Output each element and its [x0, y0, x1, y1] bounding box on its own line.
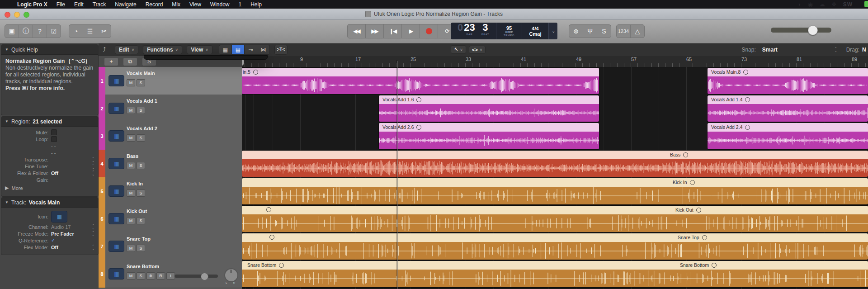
track-icon-button[interactable]: ||||| [51, 211, 67, 223]
quick-help-header[interactable]: ▼ Quick Help [1, 45, 98, 55]
value-stepper[interactable]: ⌃⌄ [92, 245, 96, 250]
region-in-5[interactable]: in.5 [242, 68, 599, 94]
track-header-snare-bottom[interactable]: 8|||||Snare BottomMS❄RILR [99, 260, 242, 288]
track-mute-button[interactable]: M [127, 79, 135, 86]
q-reference-checkbox[interactable]: ✓ [51, 237, 55, 243]
arrange-area[interactable]: 917253341495765738189 in.5Vocals Main.8V… [242, 56, 868, 289]
track-solo-button[interactable]: S [137, 79, 145, 86]
master-volume-slider[interactable] [771, 28, 831, 33]
track-record-enable-button[interactable]: R [156, 272, 165, 280]
track-header-kick-in[interactable]: 5|||||Kick InMS [99, 177, 242, 205]
track-mute-button[interactable]: M [127, 162, 135, 169]
menubar-item-1[interactable]: 1 [234, 1, 246, 8]
close-window-button[interactable] [5, 12, 10, 18]
view-menu-button[interactable]: View∨ [187, 45, 212, 54]
menubar-item-navigate[interactable]: Navigate [110, 1, 141, 8]
region-drum[interactable]: Kick Out [242, 206, 868, 232]
dropbox-icon[interactable]: ❖ [831, 1, 837, 8]
track-header-kick-out[interactable]: 6|||||Kick OutMS [99, 205, 242, 233]
list-editors-button[interactable]: ☑ [47, 25, 61, 38]
evernote-icon[interactable]: ◗ [798, 1, 802, 8]
edit-menu-button[interactable]: Edit∨ [115, 45, 138, 54]
track-solo-button[interactable]: S [137, 162, 145, 169]
checkbox[interactable] [51, 136, 57, 142]
track-solo-button[interactable]: S [137, 107, 145, 114]
editors-button[interactable]: ✂ [97, 25, 111, 38]
menubar-item-file[interactable]: File [52, 1, 70, 8]
forward-button[interactable]: ▶▶ [366, 24, 384, 38]
region-inspector-header[interactable]: ▼ Region: 21 selected [1, 117, 98, 127]
inspector-row-value[interactable]: Off [51, 245, 58, 250]
track-volume-slider[interactable] [175, 275, 218, 278]
track-inspector-header[interactable]: ▼ Track: Vocals Main [1, 198, 98, 208]
region-vocals-add-2-4[interactable]: Vocals Add 2.4 [708, 123, 868, 149]
automation-button[interactable]: ⊸ [245, 45, 257, 54]
track-input-monitor-button[interactable]: I [166, 272, 175, 280]
value-stepper[interactable]: ⌃⌄ [92, 164, 96, 169]
value-stepper[interactable]: ⌃⌄ [92, 231, 96, 237]
flex-button[interactable]: ⋈ [257, 45, 269, 54]
track-mute-button[interactable]: M [127, 272, 135, 280]
region-more-toggle[interactable]: ▶ More [1, 183, 98, 193]
menubar-item-logic-pro-x[interactable]: Logic Pro X [13, 1, 52, 8]
circle-arrow-icon[interactable]: ◉ [808, 1, 813, 8]
curved-arrow-icon[interactable]: ⤴ [99, 46, 110, 53]
inspector-row-value[interactable]: Off [51, 171, 58, 176]
inspector-row-value[interactable]: Audio 17 [51, 224, 71, 230]
duplicate-track-button[interactable]: ⧉ [123, 57, 137, 66]
library-button[interactable]: ▣ [5, 25, 19, 38]
menubar-item-help[interactable]: Help [246, 1, 266, 8]
value-stepper[interactable]: ⌃⌄ [92, 157, 96, 162]
region-bass[interactable]: Bass [242, 151, 868, 177]
inspector-row-value[interactable]: Pre Fader [51, 231, 74, 237]
region-drum[interactable]: Snare Top [242, 233, 868, 260]
region-vocals-main-8[interactable]: Vocals Main.8 [708, 68, 868, 94]
track-solo-button[interactable]: S [137, 272, 145, 280]
functions-menu-button[interactable]: Functions∨ [143, 45, 182, 54]
track-mute-button[interactable]: M [127, 245, 135, 252]
track-view-button[interactable]: ▤ [232, 45, 245, 54]
track-freeze-button[interactable]: ❄ [146, 272, 155, 280]
count-in-button[interactable]: 1234 [617, 25, 631, 38]
region-vocals-add-2-6[interactable]: Vocals Add 2.6 [379, 123, 599, 149]
track-mute-button[interactable]: M [127, 217, 135, 224]
play-button[interactable]: ▶ [402, 24, 420, 38]
quick-help-button[interactable]: ? [33, 25, 47, 38]
menubar-item-view[interactable]: View [185, 1, 206, 8]
zoom-window-button[interactable] [24, 12, 29, 18]
inspector-row-value[interactable]: - - [51, 143, 56, 149]
inspector-button[interactable]: ⓘ [19, 25, 33, 38]
track-solo-button[interactable]: S [137, 190, 145, 197]
pointer-tool-button[interactable]: ↖ ∨ [451, 45, 466, 54]
snap-stepper[interactable]: ⌃⌄ [835, 47, 837, 52]
lcd-display[interactable]: 0 23 BAR 3 BEAT 95 KEEP TEMPO 4/4 Cmaj ⌄ [451, 23, 557, 39]
add-track-button[interactable]: + [104, 57, 118, 66]
region-vocals-add-1-6[interactable]: Vocals Add 1.6 [379, 95, 599, 122]
menubar-item-track[interactable]: Track [88, 1, 111, 8]
menubar-item-window[interactable]: Window [206, 1, 234, 8]
track-header-bass[interactable]: 4|||||BassMS [99, 150, 242, 178]
track-header-vocals-add-1[interactable]: 2|||||Vocals Add 1MS [99, 95, 242, 123]
track-solo-button[interactable]: S [137, 217, 145, 224]
track-solo-button[interactable]: S [137, 245, 145, 252]
stop-go-to-beginning-button[interactable]: ❙◀ [384, 24, 402, 38]
tuner-button[interactable]: Ψ [583, 25, 597, 38]
drag-value-dropdown[interactable]: N [862, 47, 866, 53]
mixer-button[interactable]: ☰ [83, 25, 97, 38]
minimize-window-button[interactable] [14, 12, 20, 18]
track-header-vocals-main[interactable]: 1|||||Vocals MainMS [99, 67, 242, 95]
cloud-icon[interactable]: ☁ [819, 1, 825, 8]
smart-controls-button[interactable]: ◔ [69, 25, 83, 38]
lcd-mode-chevron[interactable]: ⌄ [549, 23, 557, 39]
region-vocals-add-1-4[interactable]: Vocals Add 1.4 [708, 95, 868, 122]
region-snare-bottom[interactable]: Snare BottomSnare Bottom [242, 261, 868, 287]
grid-view-button[interactable]: ▦ [219, 45, 232, 54]
bar-ruler[interactable]: 917253341495765738189 [242, 56, 868, 67]
solo-button[interactable]: S [597, 25, 611, 38]
rewind-button[interactable]: ◀◀ [348, 24, 366, 38]
master-volume-knob[interactable] [808, 25, 818, 35]
snap-value-dropdown[interactable]: Smart [762, 47, 778, 53]
track-header-snare-top[interactable]: 7|||||Snare TopMS [99, 232, 242, 261]
record-button[interactable] [420, 24, 438, 38]
track-volume-knob[interactable] [201, 273, 208, 280]
